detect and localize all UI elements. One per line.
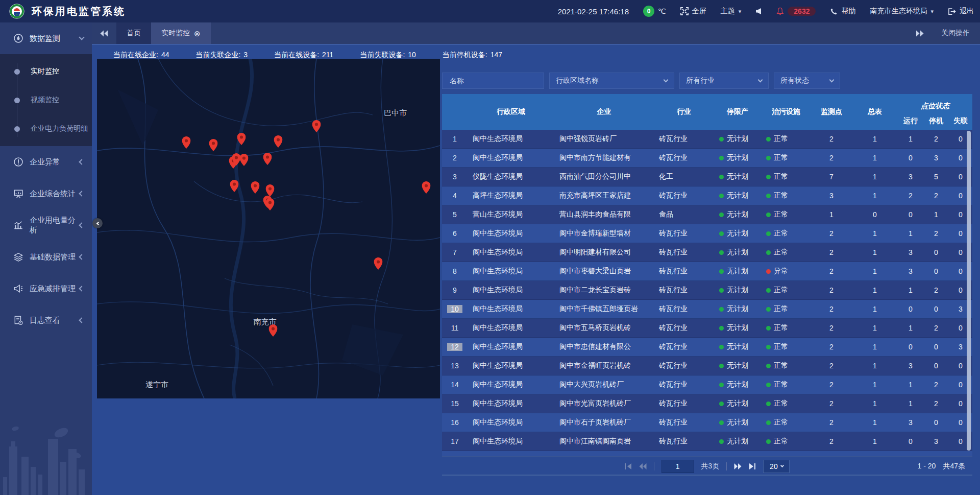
cell-stop: 2 — [923, 286, 949, 294]
cell-meter: 1 — [852, 305, 898, 313]
table-row[interactable]: 11阆中生态环境局阆中市五马桥页岩机砖砖瓦行业无计划正常21120 — [442, 319, 972, 338]
map-pin[interactable] — [422, 181, 431, 194]
map-pin[interactable] — [182, 136, 190, 149]
cell-points: 2 — [811, 437, 852, 445]
alarm-indicator[interactable]: 2632 — [776, 7, 816, 16]
table-row[interactable]: 7阆中生态环境局阆中明阳建材有限公司砖瓦行业无计划正常21300 — [442, 243, 972, 262]
tab-realtime-monitor[interactable]: 实时监控 ⊗ — [151, 22, 211, 44]
table-row[interactable]: 18南部生态环境局南部县双佛山建材有限砖瓦行业无计划正常21000 — [442, 451, 972, 456]
sidebar-item-power-analysis[interactable]: 企业用电量分析 — [0, 209, 92, 241]
cell-points: 2 — [811, 343, 852, 351]
cell-row-number: 16 — [442, 418, 468, 427]
sidebar-item-label: 数据监测 — [30, 34, 80, 43]
map-pin[interactable] — [230, 180, 238, 192]
region-filter-select[interactable]: 行政区域名称 — [549, 73, 674, 89]
cell-stop: 2 — [923, 192, 949, 200]
header-no — [442, 94, 468, 130]
cell-points: 2 — [811, 381, 852, 389]
cell-row-number: 1 — [442, 135, 468, 143]
sidebar-item-video-monitor[interactable]: 视频监控 — [0, 86, 92, 114]
last-page-button[interactable] — [749, 463, 756, 469]
sidebar-item-base-data[interactable]: 基础数据管理 — [0, 241, 92, 273]
table-row[interactable]: 14阆中生态环境局阆中大兴页岩机砖厂砖瓦行业无计划正常21120 — [442, 375, 972, 394]
temperature-unit: ℃ — [658, 7, 666, 15]
cell-row-number: 13 — [442, 362, 468, 370]
map-pin[interactable] — [232, 153, 240, 166]
map-pin[interactable] — [265, 184, 274, 197]
org-dropdown[interactable]: 南充市生态环境局▾ — [870, 7, 934, 16]
double-chevron-right-icon[interactable] — [916, 30, 924, 37]
cell-run: 3 — [898, 362, 923, 370]
next-page-button[interactable] — [734, 463, 742, 469]
cell-company: 阆中强锐页岩砖厂 — [554, 134, 654, 144]
cell-limit-status: 无计划 — [714, 418, 761, 427]
theme-dropdown[interactable]: 主题▾ — [721, 7, 742, 16]
table-row[interactable]: 9阆中生态环境局阆中市二龙长宝页岩砖砖瓦行业无计划正常21120 — [442, 281, 972, 300]
green-dot-icon — [719, 288, 724, 293]
sound-button[interactable] — [755, 8, 762, 15]
map-pin[interactable] — [265, 198, 274, 210]
sidebar-item-company-statistics[interactable]: 企业综合统计 — [0, 178, 92, 209]
help-button[interactable]: 帮助 — [830, 7, 855, 16]
sidebar-item-log-view[interactable]: 日志查看 — [0, 304, 92, 336]
table-row[interactable]: 12阆中生态环境局阆中市忠信建材有限公砖瓦行业无计划正常21003 — [442, 338, 972, 357]
map-pin[interactable] — [268, 324, 277, 337]
table-row[interactable]: 16阆中生态环境局阆中市石子页岩机砖厂砖瓦行业无计划正常21300 — [442, 413, 972, 432]
map[interactable]: 巴中市南充市遂宁市 — [97, 59, 440, 398]
cell-company: 营山县润丰肉食品有限 — [554, 210, 654, 219]
sidebar-item-company-abnormal[interactable]: 企业异常 — [0, 146, 92, 178]
page-number-input[interactable] — [662, 460, 694, 473]
table-scrollbar[interactable] — [967, 131, 971, 451]
tab-close-icon[interactable]: ⊗ — [194, 30, 201, 37]
map-pin[interactable] — [251, 181, 259, 194]
sidebar-item-data-monitor[interactable]: 数据监测 — [0, 22, 92, 54]
close-operations-button[interactable]: 关闭操作 — [941, 29, 970, 38]
logout-button[interactable]: 退出 — [948, 7, 974, 16]
green-dot-icon — [719, 383, 724, 387]
map-pin[interactable] — [240, 154, 249, 166]
industry-filter-select[interactable]: 所有行业 — [679, 73, 769, 89]
map-pin[interactable] — [374, 257, 383, 270]
map-pin[interactable] — [237, 133, 246, 145]
cell-points: 2 — [811, 324, 852, 332]
fullscreen-button[interactable]: 全屏 — [680, 7, 706, 16]
map-pin[interactable] — [209, 139, 218, 151]
cell-company: 阆中明阳建材有限公司 — [554, 248, 654, 257]
cell-industry: 砖瓦行业 — [654, 229, 714, 238]
alert-circle-icon — [13, 157, 23, 167]
table-row[interactable]: 3仪陇生态环境局西南油气田分公司川中化工无计划正常71350 — [442, 168, 972, 186]
cell-run: 3 — [898, 267, 923, 275]
sidebar-item-label: 企业用电量分析 — [30, 216, 80, 235]
sidebar-subitem-label: 实时监控 — [31, 67, 59, 76]
map-pin[interactable] — [312, 120, 321, 132]
sidebar-item-power-load-detail[interactable]: 企业电力负荷明细 — [0, 114, 92, 143]
table-row[interactable]: 15阆中生态环境局阆中市光富页岩机砖厂砖瓦行业无计划正常21120 — [442, 394, 972, 413]
cell-run: 0 — [898, 154, 923, 162]
green-dot-icon — [766, 175, 771, 179]
cell-points: 2 — [811, 229, 852, 238]
page-size-select[interactable]: 20 — [763, 460, 790, 473]
status-filter-select[interactable]: 所有状态 — [774, 73, 840, 89]
name-filter-input[interactable] — [449, 76, 537, 85]
table-row[interactable]: 4高坪生态环境局南充市高坪区王家店建砖瓦行业无计划正常31220 — [442, 186, 972, 205]
table-row[interactable]: 6阆中生态环境局阆中市金博瑞新型墙材砖瓦行业无计划正常21120 — [442, 224, 972, 243]
table-row[interactable]: 8阆中生态环境局阆中市枣碧大梁山页岩砖瓦行业无计划异常21300 — [442, 262, 972, 281]
table-row[interactable]: 5营山生态环境局营山县润丰肉食品有限食品无计划正常10010 — [442, 205, 972, 224]
map-collapse-toggle[interactable] — [92, 218, 103, 228]
chevron-left-icon — [79, 222, 84, 228]
sidebar-item-emergency-reduction[interactable]: 应急减排管理 — [0, 273, 92, 304]
first-page-button[interactable] — [625, 463, 632, 469]
table-row[interactable]: 2阆中生态环境局阆中市南方节能建材有砖瓦行业无计划正常21030 — [442, 149, 972, 168]
cell-limit-status: 无计划 — [714, 342, 761, 351]
table-row[interactable]: 13阆中生态环境局阆中市金福旺页岩机砖砖瓦行业无计划正常21300 — [442, 357, 972, 375]
tabs-scroll-left-button[interactable] — [92, 22, 116, 44]
header-run: 运行 — [898, 112, 923, 130]
table-row[interactable]: 1阆中生态环境局阆中强锐页岩砖厂砖瓦行业无计划正常21120 — [442, 130, 972, 149]
table-row[interactable]: 17阆中生态环境局阆中市江南镇阆南页岩砖瓦行业无计划正常21030 — [442, 432, 972, 451]
map-pin[interactable] — [263, 153, 272, 165]
table-row[interactable]: 10阆中生态环境局阆中市千佛镇五郎垭页岩砖瓦行业无计划正常21003 — [442, 300, 972, 319]
map-pin[interactable] — [274, 135, 282, 148]
prev-page-button[interactable] — [639, 463, 647, 469]
tab-home[interactable]: 首页 — [116, 22, 151, 44]
sidebar-item-realtime-monitor[interactable]: 实时监控 — [0, 57, 92, 86]
